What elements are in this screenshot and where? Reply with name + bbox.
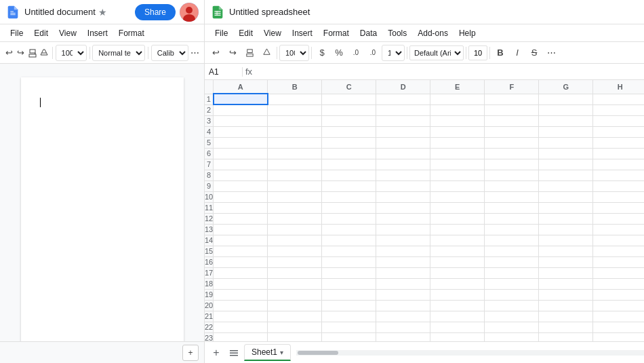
cell-F17[interactable] [485,267,539,278]
cell-H20[interactable] [593,300,644,311]
cell-H9[interactable] [593,180,644,191]
cell-B3[interactable] [268,115,322,126]
cell-C4[interactable] [322,126,376,137]
cell-B12[interactable] [268,213,322,224]
sheets-grid-container[interactable]: A B C D E F G H I J K 123456789101112131… [205,80,644,341]
cell-B11[interactable] [268,202,322,213]
docs-style-select[interactable]: Normal text [92,45,145,61]
cell-C16[interactable] [322,256,376,267]
col-header-H[interactable]: H [593,80,644,94]
cell-F14[interactable] [485,235,539,246]
cell-F6[interactable] [485,148,539,159]
sheets-menu-file[interactable]: File [210,26,233,40]
docs-title[interactable]: Untitled document [24,7,96,17]
sheets-paint-button[interactable] [258,45,275,61]
sheets-more-button[interactable]: ⋯ [543,45,559,61]
cell-E19[interactable] [430,289,485,300]
cell-C5[interactable] [322,137,376,148]
cell-G16[interactable] [539,256,593,267]
cell-A5[interactable] [214,137,268,148]
cell-E4[interactable] [430,126,485,137]
sheets-font-select[interactable]: Default (Ari... [409,45,464,60]
cell-E9[interactable] [430,180,485,191]
cell-G17[interactable] [539,267,593,278]
cell-E20[interactable] [430,300,485,311]
cell-G15[interactable] [539,246,593,256]
cell-C7[interactable] [322,159,376,170]
cell-C10[interactable] [322,191,376,202]
cell-A20[interactable] [214,300,268,311]
cell-H13[interactable] [593,224,644,235]
cell-B22[interactable] [268,322,322,332]
docs-menu-edit[interactable]: Edit [29,26,53,40]
star-icon[interactable]: ★ [98,7,107,18]
cell-A14[interactable] [214,235,268,246]
cell-F22[interactable] [485,322,539,332]
cell-B10[interactable] [268,191,322,202]
cell-C21[interactable] [322,311,376,322]
cell-E7[interactable] [430,159,485,170]
cell-A11[interactable] [214,202,268,213]
sheets-decimal-more-button[interactable]: .0 [348,45,364,61]
cell-E15[interactable] [430,246,485,256]
col-header-G[interactable]: G [539,80,593,94]
cell-B21[interactable] [268,311,322,322]
cell-D19[interactable] [376,289,430,300]
cell-F1[interactable] [485,94,539,104]
cell-D9[interactable] [376,180,430,191]
cell-D14[interactable] [376,235,430,246]
cell-A2[interactable] [214,104,268,115]
cell-E18[interactable] [430,278,485,289]
sheets-menu-format[interactable]: Format [319,26,354,40]
docs-print-button[interactable] [27,45,37,61]
cell-F12[interactable] [485,213,539,224]
cell-D3[interactable] [376,115,430,126]
cell-H19[interactable] [593,289,644,300]
sheets-menu-addons[interactable]: Add-ons [413,26,453,40]
sheet-tab-dropdown-icon[interactable]: ▾ [280,349,283,356]
cell-D6[interactable] [376,148,430,159]
sheets-menu-data[interactable]: Data [355,26,382,40]
cell-G19[interactable] [539,289,593,300]
cell-B5[interactable] [268,137,322,148]
add-sheet-button[interactable]: + [209,345,224,360]
cell-F18[interactable] [485,278,539,289]
cell-E14[interactable] [430,235,485,246]
sheets-menu-insert[interactable]: Insert [287,26,317,40]
cell-C17[interactable] [322,267,376,278]
cell-A3[interactable] [214,115,268,126]
sheets-title[interactable]: Untitled spreadsheet [229,7,310,17]
cell-A13[interactable] [214,224,268,235]
cell-C15[interactable] [322,246,376,256]
horizontal-scrollbar-thumb[interactable] [298,351,338,355]
cell-E23[interactable] [430,332,485,341]
col-header-E[interactable]: E [430,80,485,94]
docs-paint-button[interactable] [39,45,49,61]
sheets-percent-button[interactable]: % [331,45,347,61]
cell-D22[interactable] [376,322,430,332]
cell-A16[interactable] [214,256,268,267]
cell-B2[interactable] [268,104,322,115]
cell-B8[interactable] [268,170,322,180]
cell-G3[interactable] [539,115,593,126]
sheets-strikethrough-button[interactable]: S [526,45,542,61]
col-header-C[interactable]: C [322,80,376,94]
cell-H3[interactable] [593,115,644,126]
docs-more-button[interactable]: ⋯ [190,45,200,61]
cell-D8[interactable] [376,170,430,180]
cell-D20[interactable] [376,300,430,311]
cell-C18[interactable] [322,278,376,289]
cell-B20[interactable] [268,300,322,311]
cell-H14[interactable] [593,235,644,246]
cell-H21[interactable] [593,311,644,322]
cell-D18[interactable] [376,278,430,289]
cell-E2[interactable] [430,104,485,115]
cell-F13[interactable] [485,224,539,235]
cell-H22[interactable] [593,322,644,332]
cell-F19[interactable] [485,289,539,300]
sheets-zoom-select[interactable]: 100% [279,45,309,61]
sheets-grid[interactable]: A B C D E F G H I J K 123456789101112131… [205,80,644,341]
sheets-print-button[interactable] [241,45,258,61]
cell-A1[interactable] [214,94,268,104]
cell-H18[interactable] [593,278,644,289]
